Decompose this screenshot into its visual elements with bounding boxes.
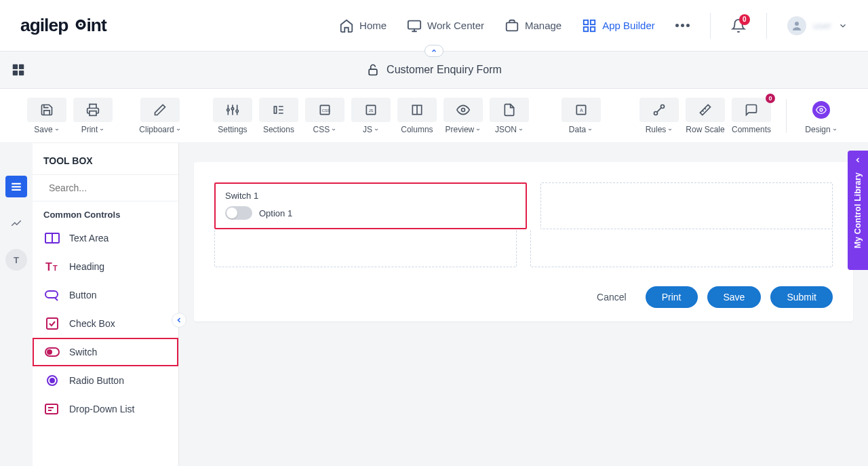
submit-button[interactable]: Submit (770, 286, 833, 308)
nav-work-center[interactable]: Work Center (407, 18, 484, 33)
svg-text:int: int (87, 14, 107, 35)
user-name-label: user (813, 20, 831, 31)
save-button[interactable]: Save (707, 286, 762, 308)
svg-rect-40 (47, 318, 58, 329)
textarea-icon (43, 231, 61, 246)
switch-icon (43, 345, 61, 360)
empty-cell[interactable] (214, 229, 517, 267)
svg-point-19 (236, 110, 238, 112)
columns-icon (410, 103, 424, 117)
rail-toolbox-button[interactable] (5, 176, 27, 197)
top-header: agilepint Home Work Center Manage App Bu… (0, 0, 868, 51)
control-drop-down-list[interactable]: Drop-Down List (33, 395, 178, 423)
nav-app-builder[interactable]: App Builder (582, 18, 655, 33)
control-check-box[interactable]: Check Box (33, 309, 178, 338)
grid-icon (582, 18, 597, 33)
print-button[interactable]: Print (646, 286, 698, 308)
svg-point-17 (227, 109, 229, 111)
my-control-library-panel[interactable]: My Control Library (848, 151, 868, 270)
svg-rect-20 (274, 106, 276, 113)
pencil-icon (153, 103, 167, 117)
group-title: Common Controls (33, 201, 178, 224)
sections-button[interactable]: Sections (259, 98, 298, 134)
list-icon (10, 180, 22, 193)
nav-manage[interactable]: Manage (505, 18, 561, 33)
chevron-down-icon (99, 127, 104, 132)
t-icon: T (14, 255, 19, 265)
notifications-button[interactable]: 0 (731, 18, 746, 33)
control-heading[interactable]: TT Heading (33, 252, 178, 281)
svg-rect-13 (13, 71, 18, 75)
logo[interactable]: agilepint (20, 12, 122, 39)
design-mode-button[interactable]: Design (802, 98, 841, 134)
form-canvas[interactable]: Switch 1 Option 1 Cancel Print Save Subm… (194, 162, 853, 322)
cancel-button[interactable]: Cancel (587, 286, 636, 308)
divider (766, 13, 767, 39)
data-button[interactable]: A Data (561, 98, 601, 134)
svg-rect-4 (408, 20, 420, 28)
comments-button[interactable]: 0 Comments (732, 98, 771, 134)
svg-rect-15 (369, 69, 377, 75)
switch-field-cell[interactable]: Switch 1 Option 1 (214, 182, 527, 229)
switch-option-label: Option 1 (259, 208, 292, 218)
rules-button[interactable]: Rules (639, 98, 679, 134)
preview-button[interactable]: Preview (443, 98, 483, 134)
svg-point-18 (231, 107, 233, 109)
save-icon (40, 103, 54, 117)
left-rail: T (0, 143, 33, 466)
empty-cell[interactable] (540, 182, 833, 229)
nav-home-label: Home (359, 20, 387, 31)
nav-app-builder-label: App Builder (602, 20, 655, 31)
settings-button[interactable]: Settings (213, 98, 252, 134)
print-icon (86, 103, 100, 117)
control-switch[interactable]: Switch (33, 338, 178, 366)
button-icon (43, 288, 61, 303)
switch-control[interactable]: Option 1 (225, 206, 516, 220)
nav-more[interactable] (675, 24, 690, 27)
columns-button[interactable]: Columns (397, 98, 437, 134)
rail-analytics-button[interactable] (5, 212, 27, 234)
control-text-area[interactable]: Text Area (33, 224, 178, 252)
switch-toggle[interactable] (225, 206, 252, 220)
clipboard-button[interactable]: Clipboard (140, 98, 181, 134)
json-button[interactable]: JSON (490, 98, 529, 134)
svg-point-10 (795, 22, 799, 26)
css-icon: CSS (318, 103, 332, 117)
css-button[interactable]: CSS CSS (305, 98, 344, 134)
form-actions: Cancel Print Save Submit (214, 286, 833, 308)
svg-rect-32 (12, 183, 21, 185)
control-radio-button[interactable]: Radio Button (33, 366, 178, 395)
chevron-down-icon (374, 127, 379, 132)
chart-icon (10, 217, 22, 229)
chevron-up-icon (431, 47, 437, 54)
sliders-icon (226, 103, 239, 117)
nav-home[interactable]: Home (339, 18, 387, 33)
main-area: T TOOL BOX Common Controls Text Area TT … (0, 143, 868, 466)
separator (786, 99, 787, 133)
print-button[interactable]: Print (73, 98, 113, 134)
collapse-header-button[interactable] (425, 45, 443, 57)
form-row-1: Switch 1 Option 1 (214, 182, 833, 229)
notification-badge: 0 (739, 14, 750, 25)
chevron-down-icon (54, 127, 60, 132)
home-icon (339, 18, 354, 33)
design-eye-icon (812, 101, 830, 119)
comment-icon (745, 103, 758, 117)
control-button[interactable]: Button (33, 281, 178, 309)
row-scale-button[interactable]: Row Scale (686, 98, 725, 134)
svg-text:JS: JS (369, 108, 374, 112)
search-row (33, 175, 178, 201)
svg-point-31 (820, 109, 823, 111)
search-input[interactable] (49, 182, 167, 193)
save-button[interactable]: Save (27, 98, 66, 134)
js-button[interactable]: JS JS (351, 98, 391, 134)
apps-grid-button[interactable] (11, 62, 26, 77)
svg-point-42 (47, 350, 52, 354)
user-menu[interactable]: user (787, 16, 848, 35)
rail-text-button[interactable]: T (5, 249, 27, 271)
chevron-down-icon (475, 127, 481, 132)
title-bar: Customer Enquiry Form (0, 51, 868, 89)
svg-rect-14 (19, 71, 24, 75)
svg-text:A: A (580, 107, 583, 112)
empty-cell[interactable] (530, 229, 833, 267)
